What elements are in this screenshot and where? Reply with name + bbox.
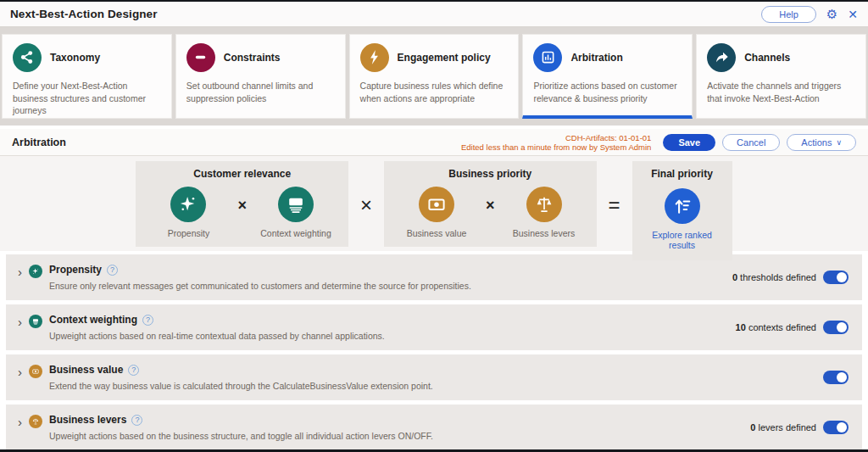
business-levers-toggle[interactable]: [823, 421, 849, 434]
business-value-toggle[interactable]: [823, 371, 849, 384]
explore-ranked-results-link[interactable]: Explore ranked results: [639, 230, 726, 250]
help-icon[interactable]: ?: [142, 315, 153, 326]
row-description: Ensure only relevant messages get commun…: [49, 281, 471, 291]
arbitration-rows: › Propensity ? Ensure only relevant mess…: [0, 251, 868, 450]
tab-description: Define your Next-Best-Action business st…: [13, 80, 161, 117]
group-title: Customer relevance: [149, 168, 335, 180]
edited-status: Edited less than a minute from now by Sy…: [461, 142, 651, 152]
row-description: Upweight actions based on the business s…: [49, 431, 433, 441]
tab-description: Prioritize actions based on customer rel…: [533, 80, 682, 104]
help-icon[interactable]: ?: [131, 415, 142, 426]
multiply-operator: ×: [360, 193, 372, 217]
row-title: Business value: [49, 364, 123, 376]
equals-operator: =: [609, 193, 620, 217]
context-weighting-toggle[interactable]: [823, 321, 849, 334]
cancel-button[interactable]: Cancel: [722, 134, 780, 151]
formula-item-label: Business value: [407, 228, 467, 238]
context-weighting-icon: [278, 187, 314, 222]
actions-label: Actions: [801, 137, 832, 148]
tab-label: Channels: [744, 52, 790, 64]
row-business-value: › Business value ? Extend the way busine…: [6, 354, 862, 400]
help-icon[interactable]: ?: [128, 365, 139, 376]
propensity-toggle[interactable]: [823, 271, 849, 284]
tab-engagement-policy[interactable]: Engagement policy Capture business rules…: [349, 34, 520, 119]
expand-chevron-icon[interactable]: ›: [18, 415, 22, 429]
actions-button[interactable]: Actions∨: [787, 134, 856, 151]
multiply-operator: ×: [237, 197, 247, 215]
business-levers-icon: [526, 187, 562, 222]
taxonomy-icon: [13, 43, 42, 72]
tab-label: Arbitration: [570, 52, 622, 64]
count-label: 10 contexts defined: [736, 322, 816, 332]
business-priority-group: Business priority Business value × Busin…: [384, 161, 597, 247]
group-title: Business priority: [398, 168, 583, 180]
tab-label: Engagement policy: [398, 52, 491, 64]
group-title: Final priority: [639, 168, 726, 180]
propensity-icon: [29, 265, 42, 278]
tab-channels[interactable]: Channels Activate the channels and trigg…: [696, 34, 866, 119]
tab-arbitration[interactable]: Arbitration Prioritize actions based on …: [522, 34, 693, 119]
business-value-icon: [419, 187, 454, 222]
business-value-icon: [29, 365, 42, 378]
help-icon[interactable]: ?: [107, 265, 118, 276]
count-label: 0 thresholds defined: [732, 272, 816, 282]
section-title: Arbitration: [12, 137, 66, 148]
row-title: Propensity: [49, 264, 102, 276]
arbitration-icon: [533, 43, 562, 72]
gear-icon[interactable]: ⚙: [826, 8, 837, 20]
chevron-down-icon: ∨: [836, 138, 842, 147]
close-icon[interactable]: ✕: [848, 8, 858, 20]
final-priority-group: Final priority Explore ranked results: [632, 161, 732, 260]
row-propensity: › Propensity ? Ensure only relevant mess…: [6, 254, 862, 300]
tab-constraints[interactable]: Constraints Set outbound channel limits …: [175, 34, 346, 119]
row-title: Context weighting: [49, 314, 137, 326]
expand-chevron-icon[interactable]: ›: [18, 265, 22, 279]
row-description: Extend the way business value is calcula…: [49, 381, 433, 391]
arbitration-section-header: Arbitration CDH-Artifacts: 01-01-01 Edit…: [0, 129, 868, 156]
constraints-icon: [186, 43, 215, 72]
row-title: Business levers: [49, 414, 126, 426]
tab-description: Activate the channels and triggers that …: [707, 80, 855, 104]
expand-chevron-icon[interactable]: ›: [18, 315, 22, 329]
formula-item-label: Context weighting: [260, 228, 331, 238]
business-levers-formula-item[interactable]: Business levers: [505, 187, 583, 238]
engagement-policy-icon: [360, 43, 389, 72]
page-title: Next-Best-Action Designer: [10, 8, 158, 20]
tab-description: Set outbound channel limits and suppress…: [186, 80, 335, 104]
formula-item-label: Business levers: [513, 228, 576, 238]
propensity-formula-item[interactable]: Propensity: [149, 187, 227, 238]
save-button[interactable]: Save: [663, 134, 715, 151]
tab-label: Taxonomy: [50, 52, 100, 64]
tab-description: Capture business rules which define when…: [360, 80, 509, 104]
formula-item-label: Propensity: [168, 228, 210, 238]
context-weighting-icon: [29, 315, 42, 328]
final-priority-icon: [665, 188, 700, 224]
arbitration-formula: Customer relevance Propensity × Context …: [0, 156, 868, 251]
row-context-weighting: › Context weighting ? Upweight actions b…: [6, 304, 862, 350]
row-description: Upweight actions based on real-time cont…: [49, 331, 385, 341]
business-value-formula-item[interactable]: Business value: [398, 187, 476, 238]
help-button[interactable]: Help: [761, 6, 816, 23]
title-bar: Next-Best-Action Designer Help ⚙ ✕: [0, 2, 868, 27]
channels-icon: [707, 43, 736, 72]
artifact-label: CDH-Artifacts: 01-01-01: [461, 133, 651, 142]
count-label: 0 levers defined: [750, 422, 816, 432]
context-weighting-formula-item[interactable]: Context weighting: [257, 187, 335, 238]
propensity-icon: [170, 187, 206, 222]
nba-tab-strip: Taxonomy Define your Next-Best-Action bu…: [0, 27, 868, 126]
tab-label: Constraints: [224, 52, 281, 64]
row-business-levers: › Business levers ? Upweight actions bas…: [6, 405, 862, 450]
multiply-operator: ×: [486, 197, 495, 215]
business-levers-icon: [29, 415, 42, 428]
customer-relevance-group: Customer relevance Propensity × Context …: [136, 161, 348, 247]
tab-taxonomy[interactable]: Taxonomy Define your Next-Best-Action bu…: [2, 34, 172, 119]
expand-chevron-icon[interactable]: ›: [18, 365, 22, 379]
